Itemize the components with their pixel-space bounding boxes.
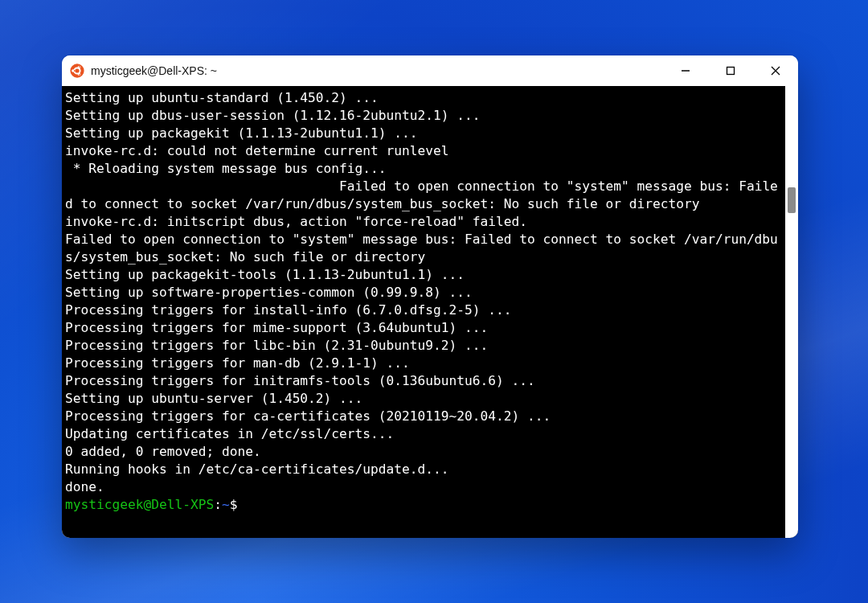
- terminal-line: Setting up packagekit-tools (1.1.13-2ubu…: [65, 266, 782, 284]
- terminal-line: Setting up ubuntu-standard (1.450.2) ...: [65, 89, 782, 107]
- terminal-line: invoke-rc.d: initscript dbus, action "fo…: [65, 213, 782, 231]
- terminal-window: mysticgeek@Dell-XPS: ~ Setting up ubuntu…: [62, 55, 798, 538]
- terminal-line: done.: [65, 478, 782, 496]
- terminal-line: invoke-rc.d: could not determine current…: [65, 142, 782, 160]
- terminal-output[interactable]: Setting up ubuntu-standard (1.450.2) ...…: [62, 86, 785, 538]
- terminal-line: Setting up dbus-user-session (1.12.16-2u…: [65, 107, 782, 125]
- terminal-line: Processing triggers for libc-bin (2.31-0…: [65, 337, 782, 355]
- window-controls: [663, 55, 798, 86]
- close-button[interactable]: [753, 55, 798, 86]
- terminal-line: Updating certificates in /etc/ssl/certs.…: [65, 425, 782, 443]
- prompt-symbol: $: [230, 497, 238, 512]
- desktop-background: mysticgeek@Dell-XPS: ~ Setting up ubuntu…: [0, 0, 868, 603]
- prompt-at: @: [143, 497, 151, 512]
- terminal-line: * Reloading system message bus config...: [65, 160, 782, 178]
- ubuntu-icon: [70, 64, 84, 78]
- terminal-line: Processing triggers for ca-certificates …: [65, 408, 782, 425]
- titlebar[interactable]: mysticgeek@Dell-XPS: ~: [62, 55, 798, 86]
- terminal-line: Running hooks in /etc/ca-certificates/up…: [65, 461, 782, 478]
- terminal-line: Setting up packagekit (1.1.13-2ubuntu1.1…: [65, 125, 782, 142]
- terminal-line: Setting up ubuntu-server (1.450.2) ...: [65, 390, 782, 408]
- terminal-line: Processing triggers for mime-support (3.…: [65, 319, 782, 337]
- svg-rect-5: [74, 70, 75, 72]
- terminal-line: Failed to open connection to "system" me…: [65, 178, 782, 213]
- terminal-line: Failed to open connection to "system" me…: [65, 231, 782, 266]
- window-title: mysticgeek@Dell-XPS: ~: [91, 64, 663, 77]
- terminal-line: Processing triggers for man-db (2.9.1-1)…: [65, 355, 782, 372]
- prompt-path: ~: [222, 497, 230, 512]
- terminal-line: Processing triggers for install-info (6.…: [65, 302, 782, 319]
- prompt-user: mysticgeek: [65, 497, 143, 512]
- terminal-line: Processing triggers for initramfs-tools …: [65, 372, 782, 390]
- scrollbar-thumb[interactable]: [788, 187, 796, 213]
- maximize-button[interactable]: [708, 55, 753, 86]
- svg-rect-9: [727, 68, 735, 75]
- terminal-line: Setting up software-properties-common (0…: [65, 284, 782, 302]
- minimize-button[interactable]: [663, 55, 708, 86]
- terminal-area: Setting up ubuntu-standard (1.450.2) ...…: [62, 86, 798, 538]
- prompt-host: Dell-XPS: [151, 497, 214, 512]
- terminal-prompt[interactable]: mysticgeek@Dell-XPS:~$: [65, 496, 782, 514]
- terminal-line: 0 added, 0 removed; done.: [65, 443, 782, 461]
- prompt-colon: :: [214, 497, 222, 512]
- scrollbar-track[interactable]: [785, 86, 798, 538]
